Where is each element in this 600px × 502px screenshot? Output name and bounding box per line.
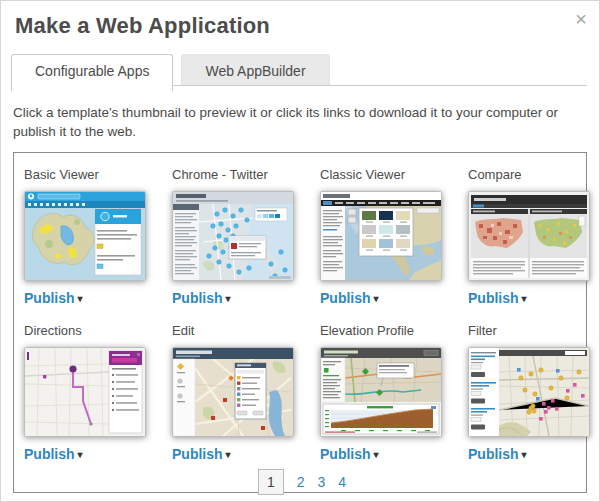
template-thumbnail-filter[interactable] [468,347,590,437]
caret-down-icon: ▾ [522,449,527,460]
publish-label: Publish [468,290,519,306]
publish-label: Publish [320,446,371,462]
template-title: Edit [172,323,310,338]
template-card-directions: Directions [24,313,162,463]
filter-preview-image [469,348,589,436]
page-link-4[interactable]: 4 [338,474,346,490]
template-grid: Basic Viewer [24,157,580,463]
caret-down-icon: ▾ [374,449,379,460]
template-gallery: Basic Viewer [13,152,587,493]
template-title: Compare [468,167,600,182]
close-icon[interactable]: × [575,9,587,29]
template-thumbnail-classic-viewer[interactable] [320,191,442,281]
template-title: Classic Viewer [320,167,458,182]
template-card-elevation-profile: Elevation Profile [320,313,458,463]
template-thumbnail-edit[interactable] [172,347,294,437]
publish-link[interactable]: Publish▾ [320,446,379,462]
template-title: Filter [468,323,600,338]
publish-label: Publish [24,446,75,462]
publish-link[interactable]: Publish▾ [24,290,83,306]
caret-down-icon: ▾ [78,449,83,460]
template-card-basic-viewer: Basic Viewer [24,157,162,307]
make-web-application-dialog: Make a Web Application × Configurable Ap… [0,0,600,502]
template-title: Directions [24,323,162,338]
publish-link[interactable]: Publish▾ [468,446,527,462]
tab-bar: Configurable Apps Web AppBuilder [11,54,587,91]
publish-link[interactable]: Publish▾ [172,446,231,462]
template-title: Chrome - Twitter [172,167,310,182]
caret-down-icon: ▾ [226,449,231,460]
edit-preview-image [173,348,293,436]
chrome-twitter-preview-image [173,192,293,280]
elevation-profile-preview-image [321,348,441,436]
publish-link[interactable]: Publish▾ [24,446,83,462]
publish-label: Publish [320,290,371,306]
caret-down-icon: ▾ [78,293,83,304]
page-link-3[interactable]: 3 [318,474,326,490]
template-thumbnail-directions[interactable] [24,347,146,437]
publish-label: Publish [24,290,75,306]
publish-label: Publish [172,446,223,462]
compare-preview-image [469,192,589,280]
template-card-edit: Edit [172,313,310,463]
tab-web-appbuilder[interactable]: Web AppBuilder [181,54,329,86]
instructions-text: Click a template's thumbnail to preview … [13,104,585,142]
template-title: Basic Viewer [24,167,162,182]
template-thumbnail-elevation-profile[interactable] [320,347,442,437]
caret-down-icon: ▾ [374,293,379,304]
template-card-filter: Filter [468,313,600,463]
template-thumbnail-chrome-twitter[interactable] [172,191,294,281]
template-thumbnail-basic-viewer[interactable] [24,191,146,281]
dialog-header: Make a Web Application × [1,1,599,39]
template-card-chrome-twitter: Chrome - Twitter [172,157,310,307]
classic-viewer-preview-image [321,192,441,280]
page-link-2[interactable]: 2 [297,474,305,490]
publish-label: Publish [172,290,223,306]
page-title: Make a Web Application [15,13,270,38]
caret-down-icon: ▾ [226,293,231,304]
tab-configurable-apps[interactable]: Configurable Apps [11,54,173,91]
publish-link[interactable]: Publish▾ [468,290,527,306]
basic-viewer-preview-image [25,192,145,280]
page-current[interactable]: 1 [258,469,284,495]
publish-link[interactable]: Publish▾ [172,290,231,306]
template-title: Elevation Profile [320,323,458,338]
pagination: 1 2 3 4 [24,469,580,495]
template-card-compare: Compare [468,157,600,307]
caret-down-icon: ▾ [522,293,527,304]
template-card-classic-viewer: Classic Viewer [320,157,458,307]
template-thumbnail-compare[interactable] [468,191,590,281]
publish-link[interactable]: Publish▾ [320,290,379,306]
directions-preview-image [25,348,145,436]
publish-label: Publish [468,446,519,462]
